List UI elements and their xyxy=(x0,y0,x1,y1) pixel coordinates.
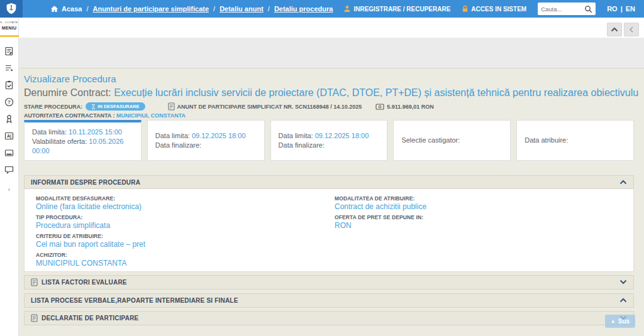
info-panel-title: INFORMATII DESPRE PROCEDURA xyxy=(31,179,140,186)
timeline-card-atribuire[interactable]: Data atribuire: xyxy=(516,120,634,161)
field-label: OFERTA DE PRET SE DEPUNE IN: xyxy=(335,214,633,220)
sidebar-brand: E - LICITATIE xyxy=(0,21,18,24)
register-recover-link[interactable]: INREGISTRARE / RECUPERARE xyxy=(343,5,450,13)
sidebar-item-awards[interactable] xyxy=(0,111,19,127)
state-label: STARE PROCEDURA: xyxy=(24,104,82,110)
search-icon[interactable] xyxy=(584,5,592,13)
sidebar-item-feedback[interactable] xyxy=(0,161,19,178)
breadcrumb-separator: / xyxy=(213,5,215,13)
lock-icon xyxy=(462,5,469,13)
timeline-cards: Data limita: 10.11.2025 15:00 Valabilita… xyxy=(24,120,634,161)
status-badge: IN DESFASURARE xyxy=(86,102,145,111)
field-value: RON xyxy=(335,221,633,230)
shield-logo-icon xyxy=(6,2,17,16)
card-label: Data finalizare: xyxy=(155,141,201,149)
breadcrumb-link-detaliu-procedura[interactable]: Detaliu procedura xyxy=(274,5,333,13)
field-label: CRITERIU DE ATRIBUIRE: xyxy=(36,233,335,239)
sidebar-item-lists[interactable] xyxy=(0,60,19,77)
field-value: Contract de achizitii publice xyxy=(335,202,633,211)
announcement-text: ANUNT DE PARTICIPARE SIMPLIFICAT NR. SCN… xyxy=(177,104,362,110)
card-label: Data limita: xyxy=(279,132,313,139)
accordion-lista-procese-verbale[interactable]: LISTA PROCESE VERBALE,RAPOARTE INTERMEDI… xyxy=(24,293,634,308)
field-value: Procedura simplificata xyxy=(36,221,335,230)
clipboard-check-icon xyxy=(4,80,14,90)
search-box[interactable] xyxy=(538,3,596,15)
dictionary-icon: A| xyxy=(4,131,14,141)
info-right-column: MODALITATEA DE ATRIBUIRE: Contract de ac… xyxy=(335,195,633,271)
contract-title-line: Denumire Contract: Execuție lucrări incl… xyxy=(24,87,639,99)
field-label: MODALITATE DESFASURARE: xyxy=(36,195,335,202)
contract-label: Denumire Contract: xyxy=(24,87,111,98)
card-value: 09.12.2025 18:00 xyxy=(315,132,369,139)
breadcrumb-home-link[interactable]: Acasa xyxy=(50,5,82,13)
panel-controls xyxy=(607,23,639,36)
sidebar-item-terminal[interactable] xyxy=(0,144,19,161)
lang-ro-button[interactable]: RO xyxy=(607,5,618,13)
sidebar-item-dictionary[interactable]: A| xyxy=(0,127,19,144)
news-document-icon xyxy=(4,46,14,57)
timeline-card-depunere[interactable]: Data limita: 10.11.2025 15:00 Valabilita… xyxy=(24,120,142,161)
arrow-up-icon: ▲ xyxy=(611,319,616,324)
contract-name: Execuție lucrări inclusiv servicii de pr… xyxy=(114,87,639,98)
card-terminal-icon xyxy=(4,148,14,158)
accordion-title: LISTA PROCESE VERBALE,RAPOARTE INTERMEDI… xyxy=(31,297,238,304)
left-sidebar: E - LICITATIE MENIU xyxy=(0,18,19,336)
chevron-left-icon xyxy=(629,26,634,33)
search-input[interactable] xyxy=(541,6,582,13)
authority-link[interactable]: MUNICIPIUL CONSTANTA xyxy=(116,112,186,119)
breadcrumb-separator: / xyxy=(268,5,270,13)
document-icon xyxy=(31,278,38,286)
sidebar-menu-label: MENIU xyxy=(2,26,17,30)
timeline-card-evaluare-oferte[interactable]: Data limita: 09.12.2025 18:00 Data final… xyxy=(270,120,388,161)
card-label: Data atribuire: xyxy=(525,136,568,144)
procedure-info-panel: INFORMATII DESPRE PROCEDURA MODALITATE D… xyxy=(24,175,634,272)
info-panel-header[interactable]: INFORMATII DESPRE PROCEDURA xyxy=(24,175,634,189)
document-icon xyxy=(168,102,175,111)
system-access-link[interactable]: ACCES IN SISTEM xyxy=(462,5,526,13)
field-value-authority-link[interactable]: MUNICIPIUL CONSTANTA xyxy=(36,259,335,268)
sidebar-item-verification[interactable] xyxy=(0,77,19,94)
estimated-value-text: 5.911.969,01 RON xyxy=(387,104,434,110)
back-to-top-button[interactable]: ▲ Sus xyxy=(605,315,635,328)
topbar-actions: INREGISTRARE / RECUPERARE ACCES IN SISTE… xyxy=(343,3,644,15)
chevron-up-icon xyxy=(611,27,618,32)
procedure-meta-line: STARE PROCEDURA: IN DESFASURARE ANUNT DE… xyxy=(24,102,434,111)
page-title: Vizualizare Procedura xyxy=(24,73,116,84)
language-switcher: RO | EN xyxy=(607,5,635,13)
help-icon: ? xyxy=(4,97,14,107)
accordion-lista-factori-evaluare[interactable]: LISTA FACTORI EVALUARE xyxy=(24,275,634,290)
app-logo[interactable] xyxy=(0,0,23,18)
procedure-view: Vizualizare Procedura Denumire Contract:… xyxy=(19,68,644,336)
timeline-card-evaluare-calificare[interactable]: Data limita: 09.12.2025 18:00 Data final… xyxy=(147,120,265,161)
accordion-declaratie-participare[interactable]: DECLARATIE DE PARTICIPARE xyxy=(24,311,634,325)
chevron-up-icon[interactable] xyxy=(619,298,627,303)
main-content: Vizualizare Procedura Denumire Contract:… xyxy=(19,18,644,336)
banknote-icon xyxy=(375,103,384,111)
breadcrumb-separator: / xyxy=(86,5,88,13)
field-label: MODALITATEA DE ATRIBUIRE: xyxy=(335,195,633,202)
back-to-top-label: Sus xyxy=(618,318,630,325)
user-icon xyxy=(343,5,351,13)
timeline-card-selectie[interactable]: Selectie castigator: xyxy=(393,120,511,161)
status-badge-label: IN DESFASURARE xyxy=(97,104,139,109)
sidebar-collapse-button[interactable]: › xyxy=(8,186,10,193)
card-value: 10.11.2025 15:00 xyxy=(69,128,122,136)
svg-text:A|: A| xyxy=(7,134,11,139)
card-label: Data limita: xyxy=(32,128,67,136)
collapse-panel-button[interactable] xyxy=(624,23,639,36)
chevron-down-icon[interactable] xyxy=(619,279,627,285)
sidebar-icon-menu: ? A| xyxy=(0,43,19,178)
scroll-top-button[interactable] xyxy=(607,23,622,36)
breadcrumb-link-anunturi[interactable]: Anunturi de participare simplificate xyxy=(92,5,209,13)
register-recover-label: INREGISTRARE / RECUPERARE xyxy=(353,6,450,13)
system-access-label: ACCES IN SISTEM xyxy=(471,6,526,13)
breadcrumb-link-detaliu-anunt[interactable]: Detaliu anunt xyxy=(219,5,264,13)
sidebar-item-help[interactable]: ? xyxy=(0,94,19,111)
lang-en-button[interactable]: EN xyxy=(626,5,635,13)
contracting-authority-line: AUTORITATEA CONTRACTANTA : MUNICIPIUL CO… xyxy=(24,112,186,119)
chevron-up-icon[interactable] xyxy=(619,180,627,185)
svg-text:?: ? xyxy=(8,99,11,105)
sidebar-item-notices[interactable] xyxy=(0,43,19,60)
field-label: TIP PROCEDURA: xyxy=(36,214,335,220)
top-navigation-bar: Acasa / Anunturi de participare simplifi… xyxy=(0,0,644,18)
